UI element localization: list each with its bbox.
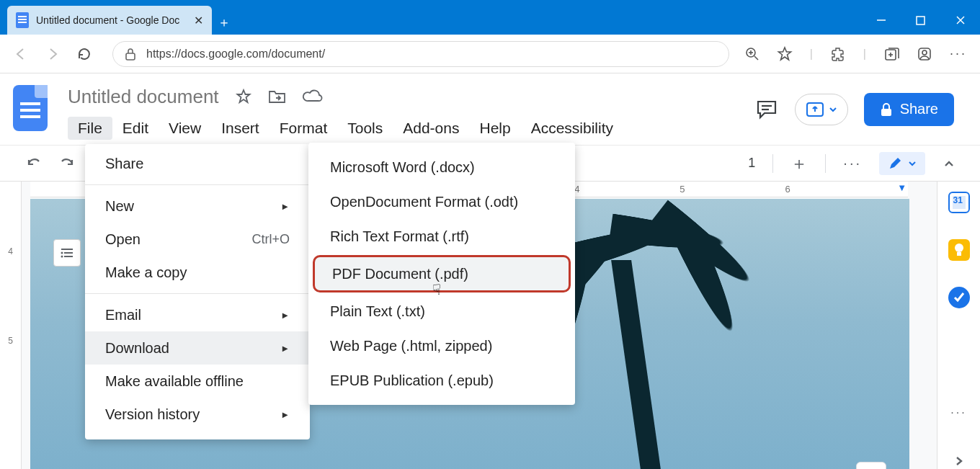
- menu-bar: File Edit View Insert Format Tools Add-o…: [68, 114, 754, 143]
- file-menu-make-copy[interactable]: Make a copy: [85, 256, 310, 289]
- download-epub[interactable]: EPUB Publication (.epub): [308, 363, 575, 398]
- url-text: https://docs.google.com/document/: [146, 48, 325, 61]
- editing-mode-button[interactable]: [879, 152, 925, 175]
- lock-icon: [125, 48, 136, 61]
- download-submenu: Microsoft Word (.docx) OpenDocument Form…: [308, 143, 575, 405]
- download-rtf[interactable]: Rich Text Format (.rtf): [308, 219, 575, 254]
- present-button[interactable]: [795, 94, 848, 125]
- menu-format[interactable]: Format: [270, 117, 338, 140]
- add-tab-button[interactable]: ＋: [790, 152, 808, 175]
- zoom-icon[interactable]: [745, 47, 760, 61]
- download-txt[interactable]: Plain Text (.txt): [308, 294, 575, 329]
- window-close-button[interactable]: [940, 6, 980, 35]
- svg-point-23: [955, 244, 963, 252]
- collections-icon[interactable]: [883, 46, 899, 62]
- browser-tab[interactable]: Untitled document - Google Doc ✕: [7, 6, 212, 35]
- star-icon[interactable]: [235, 88, 252, 105]
- profile-icon[interactable]: [917, 46, 932, 62]
- ruler-mark: 4: [8, 246, 13, 256]
- docs-favicon: [16, 12, 29, 28]
- new-tab-button[interactable]: ＋: [212, 10, 236, 35]
- file-menu-email[interactable]: Email►: [85, 298, 310, 331]
- undo-button[interactable]: [24, 156, 42, 171]
- download-html[interactable]: Web Page (.html, zipped): [308, 329, 575, 363]
- doc-title[interactable]: Untitled document: [68, 86, 219, 108]
- file-menu-offline[interactable]: Make available offline: [85, 365, 310, 398]
- cloud-status-icon[interactable]: [303, 89, 323, 104]
- svg-rect-17: [881, 109, 891, 116]
- lock-icon: [880, 102, 893, 117]
- menu-addons[interactable]: Add-ons: [393, 117, 469, 140]
- ruler-mark: 4: [574, 184, 579, 195]
- url-input[interactable]: https://docs.google.com/document/: [112, 41, 729, 67]
- file-menu-share[interactable]: Share: [85, 147, 310, 180]
- browser-address-bar: https://docs.google.com/document/ | | ··…: [0, 35, 980, 73]
- tab-title: Untitled document - Google Doc: [36, 14, 187, 26]
- file-menu-version-history[interactable]: Version history►: [85, 398, 310, 431]
- share-label: Share: [900, 101, 938, 117]
- tasks-addon-icon[interactable]: [948, 287, 970, 308]
- tab-count: 1: [748, 156, 755, 171]
- svg-rect-4: [126, 53, 135, 60]
- docs-logo[interactable]: [13, 85, 48, 131]
- share-button[interactable]: Share: [864, 93, 954, 126]
- window-maximize-button[interactable]: [901, 6, 940, 35]
- file-menu-new[interactable]: New►: [85, 189, 310, 223]
- favorites-icon[interactable]: [777, 46, 793, 62]
- svg-point-13: [922, 50, 927, 55]
- window-minimize-button[interactable]: [861, 6, 901, 35]
- vertical-ruler: 4 5: [0, 182, 22, 469]
- menu-help[interactable]: Help: [469, 117, 520, 140]
- download-docx[interactable]: Microsoft Word (.docx): [308, 150, 575, 184]
- menu-view[interactable]: View: [159, 117, 211, 140]
- nav-back-button[interactable]: [13, 46, 29, 62]
- chevron-down-icon: [829, 105, 837, 114]
- calendar-addon-icon[interactable]: 31: [948, 192, 970, 213]
- svg-point-21: [61, 252, 63, 254]
- side-panel-collapse[interactable]: [953, 455, 965, 467]
- menu-tools[interactable]: Tools: [337, 117, 393, 140]
- extensions-icon[interactable]: [830, 46, 846, 62]
- present-icon: [806, 102, 824, 117]
- pencil-icon: [888, 156, 902, 171]
- menu-dots-icon[interactable]: ···: [950, 46, 967, 61]
- chevron-down-icon: [908, 159, 917, 168]
- collapse-toolbar-button[interactable]: [943, 157, 956, 170]
- file-menu-download[interactable]: Download►: [85, 331, 310, 365]
- more-toolbar-icon[interactable]: ···: [843, 155, 862, 171]
- explore-button[interactable]: [856, 462, 886, 469]
- svg-rect-24: [957, 252, 961, 256]
- menu-file[interactable]: File: [68, 117, 112, 140]
- file-menu-dropdown: Share New► OpenCtrl+O Make a copy Email►…: [85, 144, 310, 439]
- menu-insert[interactable]: Insert: [211, 117, 270, 140]
- ruler-mark: 5: [8, 336, 13, 346]
- side-panel-more[interactable]: ···: [950, 406, 966, 419]
- keep-addon-icon[interactable]: [948, 239, 970, 261]
- close-tab-icon[interactable]: ✕: [194, 14, 203, 27]
- ruler-mark: 5: [680, 184, 685, 195]
- svg-rect-1: [917, 17, 925, 24]
- comments-button[interactable]: [754, 97, 779, 122]
- svg-line-6: [754, 56, 758, 60]
- menu-accessibility[interactable]: Accessibility: [521, 117, 623, 140]
- svg-point-22: [61, 256, 63, 258]
- nav-forward-button[interactable]: [45, 46, 61, 62]
- right-indent-marker[interactable]: ▼: [897, 182, 906, 193]
- nav-refresh-button[interactable]: [76, 46, 92, 62]
- document-outline-toggle[interactable]: [53, 239, 81, 267]
- download-odt[interactable]: OpenDocument Format (.odt): [308, 184, 575, 219]
- download-pdf[interactable]: PDF Document (.pdf): [313, 255, 571, 292]
- side-panel: 31 ···: [937, 182, 980, 469]
- ruler-mark: 6: [785, 184, 790, 195]
- docs-header: Untitled document File Edit View Insert …: [0, 73, 980, 146]
- menu-edit[interactable]: Edit: [112, 117, 159, 140]
- file-menu-open[interactable]: OpenCtrl+O: [85, 223, 310, 256]
- move-folder-icon[interactable]: [268, 89, 287, 104]
- redo-button[interactable]: [59, 156, 76, 171]
- browser-titlebar: Untitled document - Google Doc ✕ ＋: [0, 0, 980, 35]
